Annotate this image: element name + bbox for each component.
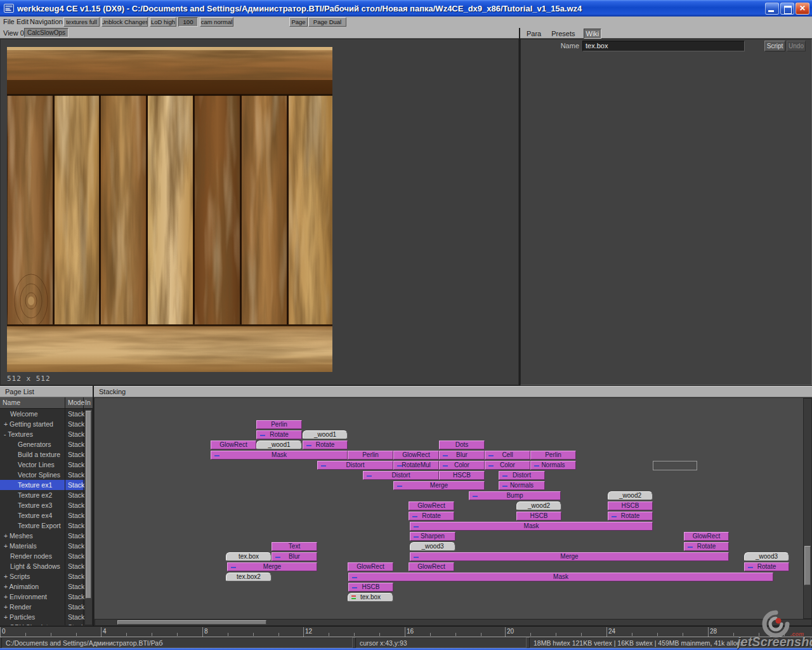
stack-node-rotatemul[interactable]: RotateMul <box>393 461 439 470</box>
toolbar-button-textures-full[interactable]: textures full <box>63 17 100 27</box>
stack-node-glowrect[interactable]: GlowRect <box>348 562 393 571</box>
name-input[interactable]: tex.box <box>582 41 745 51</box>
toolbar-button-page[interactable]: Page <box>289 17 308 27</box>
title-bar[interactable]: werkkzeug4 CE v1.15 (DX9) - C:/Documents… <box>0 0 812 17</box>
toolbar-button-100[interactable]: 100 <box>178 17 198 27</box>
page-list-row[interactable]: Render nodesStack <box>0 551 84 561</box>
menu-navigation[interactable]: Navigation <box>30 18 63 25</box>
page-list-scrollbar[interactable] <box>84 409 93 625</box>
empty-node-frame[interactable] <box>653 461 697 470</box>
stack-node-glowrect[interactable]: GlowRect <box>409 562 454 571</box>
stack-node-glowrect[interactable]: GlowRect <box>393 451 439 460</box>
stack-node--wood1[interactable]: _wood1 <box>303 430 348 439</box>
stack-node-mask[interactable]: Mask <box>348 573 773 581</box>
stack-node-merge[interactable]: Merge <box>227 562 317 571</box>
stack-node-rotate[interactable]: Rotate <box>608 512 653 521</box>
page-list-row[interactable]: WelcomeStack <box>0 409 84 419</box>
page-list-row[interactable]: Vector LinesStack <box>0 460 84 470</box>
stack-node-mask[interactable]: Mask <box>410 522 653 531</box>
stack-node-color[interactable]: Color <box>439 461 485 470</box>
stack-node-distort[interactable]: Distort <box>363 471 439 480</box>
page-list-row[interactable]: + AnimationStack <box>0 581 84 592</box>
column-header-mode[interactable]: Mode <box>65 397 84 408</box>
page-list-row[interactable]: + ParticlesStack <box>0 612 84 622</box>
restore-button[interactable] <box>780 3 794 15</box>
stack-node-tex-box[interactable]: tex.box <box>348 593 393 602</box>
script-button[interactable]: Script <box>764 41 785 51</box>
toolbar-button-unblock-changes[interactable]: Unblock Changes <box>102 17 148 27</box>
stack-node--wood2[interactable]: _wood2 <box>608 491 653 500</box>
calcslowops-button[interactable]: CalcSlowOps <box>24 28 69 37</box>
stack-node-tex-box2[interactable]: tex.box2 <box>226 573 272 581</box>
tab-wiki[interactable]: Wiki <box>584 29 602 39</box>
stack-node-merge[interactable]: Merge <box>410 552 729 561</box>
page-list-row[interactable]: Light & ShadowsStack <box>0 561 84 571</box>
toolbar-button-page-dual[interactable]: Page Dual <box>308 17 346 27</box>
tab-presets[interactable]: Presets <box>549 29 577 38</box>
stack-node-text[interactable]: Text <box>272 542 317 551</box>
stack-node-blur[interactable]: Blur <box>439 451 485 460</box>
stack-node-dots[interactable]: Dots <box>439 441 485 449</box>
page-list-row[interactable]: Vector SplinesStack <box>0 470 84 480</box>
stack-node-rotate[interactable]: Rotate <box>684 542 729 551</box>
page-list-row[interactable]: - TexturesStack <box>0 429 84 439</box>
page-list-row[interactable]: + Getting startedStack <box>0 419 84 429</box>
page-list-row[interactable]: Texture ex3Stack <box>0 500 84 510</box>
menu-edit[interactable]: Edit <box>16 18 29 25</box>
stack-node-distort[interactable]: Distort <box>499 471 545 480</box>
stack-node-tex-box[interactable]: tex.box <box>226 552 272 561</box>
menu-file[interactable]: File <box>3 18 15 25</box>
stack-node-rotate[interactable]: Rotate <box>256 430 302 439</box>
stack-node--wood1[interactable]: _wood1 <box>256 441 302 449</box>
toolbar-button-cam-normal[interactable]: cam normal <box>200 17 233 27</box>
stack-node--wood3[interactable]: _wood3 <box>410 542 455 551</box>
stack-node-hscb[interactable]: HSCB <box>439 471 485 480</box>
stack-node-mask[interactable]: Mask <box>211 451 348 460</box>
column-header-in[interactable]: In <box>84 397 93 408</box>
toolbar-button-lod-high[interactable]: LoD high <box>150 17 176 27</box>
page-list-row[interactable]: + GPU SimulatStack <box>0 622 84 625</box>
page-list-row[interactable]: + RenderStack <box>0 602 84 612</box>
page-list-row[interactable]: Build a textureStack <box>0 449 84 460</box>
stack-node--wood3[interactable]: _wood3 <box>744 552 789 561</box>
page-list-row[interactable]: Texture ex4Stack <box>0 510 84 521</box>
wood-texture-image[interactable] <box>7 47 332 372</box>
tab-para[interactable]: Para <box>525 29 543 38</box>
page-list-row[interactable]: Texture ExportStack <box>0 521 84 531</box>
stack-node-rotate[interactable]: Rotate <box>409 512 454 521</box>
stacking-vertical-scrollbar[interactable] <box>803 398 812 619</box>
minimize-button[interactable] <box>765 3 779 15</box>
page-list-row[interactable]: Texture ex1Stack <box>0 480 84 490</box>
stack-node-hscb[interactable]: HSCB <box>348 583 393 592</box>
stack-node-color[interactable]: Color <box>485 461 530 470</box>
stack-node-sharpen[interactable]: Sharpen <box>410 532 455 541</box>
stack-node-rotate[interactable]: Rotate <box>303 441 348 449</box>
stack-node-hscb[interactable]: HSCB <box>516 512 561 521</box>
stack-node-bump[interactable]: Bump <box>469 491 561 500</box>
stack-node-cell[interactable]: Cell <box>485 451 530 460</box>
stack-node-normals[interactable]: Normals <box>499 481 545 490</box>
page-list-row[interactable]: + ScriptsStack <box>0 571 84 581</box>
page-list-row[interactable]: GeneratorsStack <box>0 439 84 449</box>
stack-node-merge[interactable]: Merge <box>393 481 485 490</box>
stacking-horizontal-scrollbar[interactable] <box>95 619 812 626</box>
page-list-row[interactable]: + MaterialsStack <box>0 541 84 551</box>
stack-node-perlin[interactable]: Perlin <box>256 420 302 429</box>
stack-node--wood2[interactable]: _wood2 <box>516 501 561 510</box>
stack-node-perlin[interactable]: Perlin <box>348 451 393 460</box>
stack-node-glowrect[interactable]: GlowRect <box>684 532 729 541</box>
column-header-name[interactable]: Name <box>0 397 65 408</box>
page-list-row[interactable]: Texture ex2Stack <box>0 490 84 500</box>
stack-node-blur[interactable]: Blur <box>272 552 317 561</box>
close-button[interactable]: ✕ <box>796 3 809 15</box>
stack-node-perlin[interactable]: Perlin <box>530 451 576 460</box>
stack-node-glowrect[interactable]: GlowRect <box>211 441 256 449</box>
page-list-row[interactable]: + MeshesStack <box>0 531 84 541</box>
stack-node-distort[interactable]: Distort <box>317 461 393 470</box>
stack-node-normals[interactable]: Normals <box>530 461 576 470</box>
stack-node-hscb[interactable]: HSCB <box>608 501 653 510</box>
page-list-row[interactable]: + EnvironmentStack <box>0 592 84 602</box>
stacking-canvas[interactable]: PerlinRotate_wood1GlowRect_wood1RotateDo… <box>94 397 812 626</box>
stack-node-rotate[interactable]: Rotate <box>744 562 789 571</box>
stack-node-glowrect[interactable]: GlowRect <box>409 501 454 510</box>
